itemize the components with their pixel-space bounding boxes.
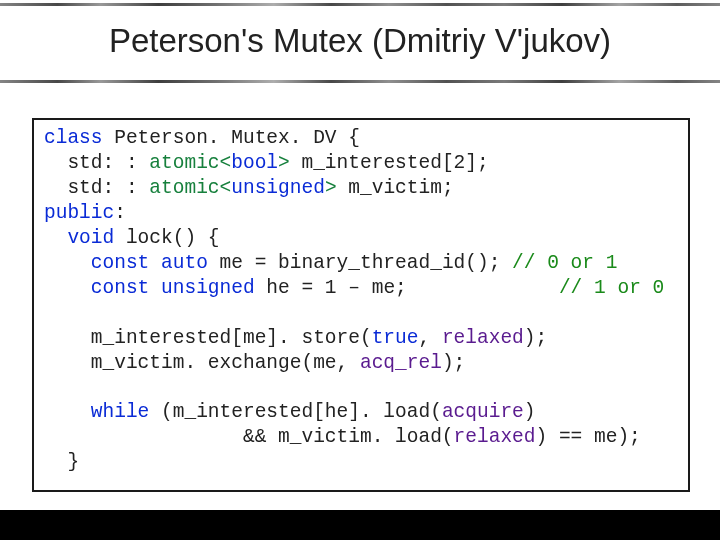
gt: > [278, 152, 301, 174]
pad2 [44, 352, 91, 374]
true-lit: true [372, 327, 419, 349]
comment-1or0: // 1 or 0 [559, 277, 664, 299]
classname: Peterson. Mutex. DV { [114, 127, 360, 149]
ord-acquire: acquire [442, 401, 524, 423]
while-c: && m_victim. load( [243, 426, 454, 448]
ord-relaxed: relaxed [442, 327, 524, 349]
chalk-line-top [0, 3, 720, 6]
store-a: m_interested[me]. store( [91, 327, 372, 349]
pad [44, 152, 67, 174]
kw-while: while [91, 401, 161, 423]
pad2 [44, 327, 91, 349]
code-block: class Peterson. Mutex. DV { std: : atomi… [44, 126, 678, 475]
ord-relaxed2: relaxed [454, 426, 536, 448]
m-interested: m_interested[2]; [301, 152, 488, 174]
exchange-b: ); [442, 352, 465, 374]
me-expr: me = binary_thread_id(); [220, 252, 513, 274]
std: std: : [67, 177, 149, 199]
slide: Peterson's Mutex (Dmitriy V'jukov) class… [0, 0, 720, 540]
while-a: (m_interested[he]. load( [161, 401, 442, 423]
code-box: class Peterson. Mutex. DV { std: : atomi… [32, 118, 690, 492]
footer-band [0, 510, 720, 540]
exchange-a: m_victim. exchange(me, [91, 352, 360, 374]
gt: > [325, 177, 348, 199]
kw-auto: auto [161, 252, 220, 274]
chalk-line-bottom [0, 80, 720, 83]
comma: , [418, 327, 441, 349]
kw-unsigned2: unsigned [161, 277, 255, 299]
slide-title: Peterson's Mutex (Dmitriy V'jukov) [0, 22, 720, 60]
pad2 [44, 401, 91, 423]
he-expr: he = 1 – me; [266, 277, 559, 299]
ord-acqrel: acq_rel [360, 352, 442, 374]
header-band: Peterson's Mutex (Dmitriy V'jukov) [0, 0, 720, 90]
pad2 [44, 252, 91, 274]
kw-bool: bool [231, 152, 278, 174]
pad [44, 227, 67, 249]
store-b: ); [524, 327, 547, 349]
closing-brace: } [44, 451, 79, 473]
lt: < [220, 152, 232, 174]
colon: : [114, 202, 126, 224]
atomic: atomic [149, 177, 219, 199]
kw-void: void [67, 227, 126, 249]
while-indent [44, 426, 243, 448]
comment-0or1: // 0 or 1 [512, 252, 617, 274]
kw-const: const [91, 252, 161, 274]
kw-unsigned: unsigned [231, 177, 325, 199]
kw-const: const [91, 277, 161, 299]
pad2 [44, 277, 91, 299]
lt: < [220, 177, 232, 199]
atomic: atomic [149, 152, 219, 174]
kw-public: public [44, 202, 114, 224]
kw-class: class [44, 127, 114, 149]
m-victim: m_victim; [348, 177, 453, 199]
lock: lock() { [126, 227, 220, 249]
std: std: : [67, 152, 149, 174]
while-b: ) [524, 401, 536, 423]
pad [44, 177, 67, 199]
while-d: ) == me); [536, 426, 641, 448]
